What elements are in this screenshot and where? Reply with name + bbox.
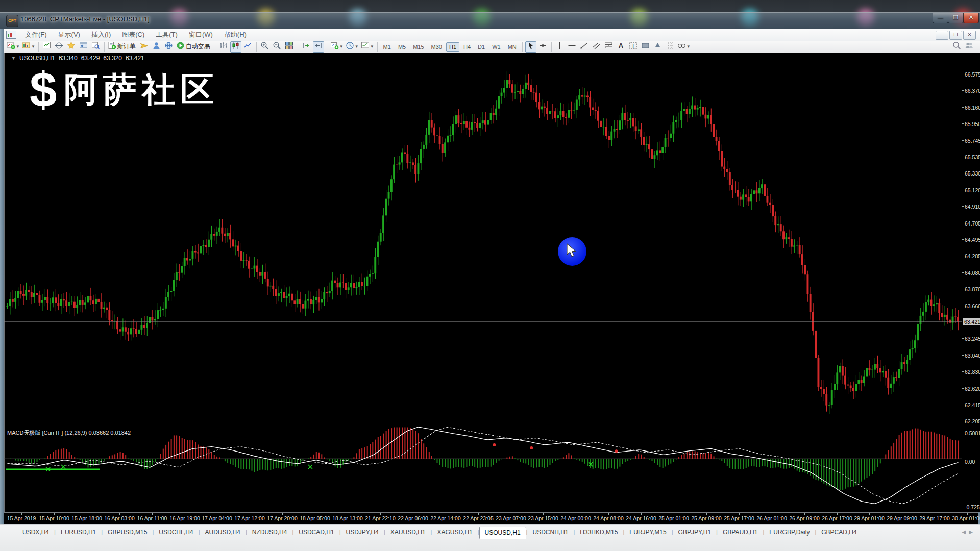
menu-item-5[interactable]: 窗口(W) [183,30,218,39]
text-tool-button[interactable]: A [616,41,627,53]
menu-item-4[interactable]: 工具(T) [150,30,183,39]
templates-button[interactable]: ▼ [330,41,344,53]
new-order-button[interactable]: 新订单 [107,41,138,53]
macd-indicator-pane[interactable] [4,427,962,512]
mdi-minimize-button[interactable]: — [936,31,948,40]
globe-icon [164,41,173,52]
symbol-tab-usdjpy-h4[interactable]: USDJPY,H4 [340,527,383,538]
timeframe-button-w1[interactable]: W1 [489,42,504,52]
terminal-button[interactable] [90,41,102,53]
symbol-tab-usousd-h1[interactable]: USOUSD,H1 [479,527,526,539]
timeframe-button-m15[interactable]: M15 [410,42,427,52]
symbol-tab-xauusd-h1[interactable]: XAUUSD,H1 [385,527,431,538]
periods-button[interactable]: ▼ [345,41,359,53]
symbol-tab-gbpcad-h4[interactable]: GBPCAD,H4 [816,527,862,538]
time-axis-label: 25 Apr 01:00 [658,515,689,521]
price-axis[interactable]: 63.421 66.575 66.370 66.160 65.950 65.74… [962,53,980,512]
time-tick [869,513,870,515]
vline-button[interactable] [554,41,566,53]
mdi-close-button[interactable]: ✕ [963,31,976,40]
hline-button[interactable] [567,41,578,53]
symbol-info-line[interactable]: ▼ USOUSD,H1 63.340 63.429 63.320 63.421 [11,55,144,62]
favorites-button[interactable] [66,41,77,53]
symbol-tab-h33hkd-m15[interactable]: H33HKD,M15 [575,527,623,538]
symbol-tab-eurjpy-m15[interactable]: EURJPY,M15 [624,527,671,538]
price-axis-label: 64.705 [965,220,980,227]
symbol-tab-gbpaud-h1[interactable]: GBPAUD,H1 [718,527,763,538]
timeframe-button-h4[interactable]: H4 [460,42,474,52]
profiles-button[interactable]: ▼ [21,41,36,53]
timeframe-button-m1[interactable]: M1 [380,42,394,52]
symbol-tab-xagusd-h1[interactable]: XAGUSD,H1 [432,527,477,538]
time-tick [641,513,642,515]
chart-window-icon[interactable] [6,31,16,39]
symbol-tab-gbpjpy-h1[interactable]: GBPJPY,H1 [673,527,716,538]
timeframe-button-mn[interactable]: MN [505,42,520,52]
trendline-button[interactable] [579,41,590,53]
symbol-tab-eurgbp-daily[interactable]: EURGBP,Daily [764,527,815,538]
crosshair-button[interactable] [537,41,549,53]
tab-scroll-right-icon[interactable]: ▶ [969,529,973,535]
channel-button[interactable] [591,41,602,53]
symbol-tab-gbpusd-m15[interactable]: GBPUSD,M15 [103,527,152,538]
community2-button[interactable] [963,41,974,53]
symbol-tab-nzdusd-h4[interactable]: NZDUSD,H4 [247,527,292,538]
symbol-tab-audusd-h4[interactable]: AUDUSD,H4 [200,527,246,538]
menu-item-3[interactable]: 图表(C) [116,30,150,39]
symbol-tab-usdcnh-h1[interactable]: USDCNH,H1 [527,527,573,538]
market-watch-button[interactable] [41,41,53,53]
indicators-button[interactable]: ▼ [360,41,375,53]
timeframe-button-h1[interactable]: H1 [446,42,459,52]
close-button[interactable]: ✕ [963,13,979,23]
time-axis-label: 30 Apr 01:00 [952,515,980,521]
chart-shift-button[interactable] [313,41,324,53]
autotrade-button[interactable]: 自动交易 [176,41,212,53]
zoom-out-button[interactable] [272,41,283,53]
timeframe-button-m5[interactable]: M5 [395,42,409,52]
arrows-icon [653,41,662,52]
globe-button[interactable] [163,41,175,53]
alerts-button[interactable] [139,41,150,53]
symbol-tab-usdchf-h4[interactable]: USDCHF,H4 [154,527,198,538]
grid-tool-button[interactable] [665,41,676,53]
time-axis-label: 15 Apr 18:00 [71,515,102,521]
symbol-tab-usdx-h4[interactable]: USDX,H4 [17,527,54,538]
timeframe-button-d1[interactable]: D1 [475,42,488,52]
mdi-restore-button[interactable]: ❐ [949,31,962,40]
auto-scroll-button[interactable] [301,41,312,53]
symbol-tab-eurusd-h1[interactable]: EURUSD,H1 [56,527,101,538]
tab-scroll-left-icon[interactable]: ◀ [962,529,966,535]
candles-button[interactable] [230,41,241,53]
fibonacci-button[interactable] [603,41,615,53]
label-tool-button[interactable]: T [628,41,639,53]
cycles-button[interactable]: ▼ [677,41,691,53]
data-window-button[interactable] [54,41,65,53]
bars-button[interactable] [218,41,229,53]
zoom-in-button[interactable] [259,41,271,53]
menu-item-0[interactable]: 文件(F) [19,30,53,39]
search-button[interactable] [951,41,962,53]
new-chart-button[interactable]: ▼ [6,41,20,53]
price-tick [962,388,964,389]
menu-item-6[interactable]: 帮助(H) [218,30,252,39]
arrows-button[interactable] [652,41,664,53]
menu-item-2[interactable]: 插入(I) [86,30,116,39]
symbol-tab-usdcad-h1[interactable]: USDCAD,H1 [293,527,339,538]
time-tick [674,513,674,515]
shapes-button[interactable] [640,41,651,53]
price-tick [962,306,964,306]
candles-icon [231,41,240,52]
community-button[interactable] [151,41,162,53]
minimize-button[interactable]: — [933,13,948,23]
menu-item-1[interactable]: 显示(V) [53,30,86,39]
price-axis-label: 63.040 [965,353,980,359]
navigator-button[interactable] [78,41,89,53]
time-axis[interactable]: 15 Apr 2019 15 Apr 10:00 15 Apr 18:00 16… [4,513,962,524]
maximize-button[interactable]: ❐ [948,13,964,23]
cursor-button[interactable] [525,41,536,53]
tile-windows-button[interactable] [284,41,295,53]
timeframe-button-m30[interactable]: M30 [428,42,445,52]
time-axis-label: 25 Apr 09:00 [691,515,722,521]
time-axis-label: 17 Apr 20:00 [267,515,298,521]
line-chart-button[interactable] [242,41,254,53]
